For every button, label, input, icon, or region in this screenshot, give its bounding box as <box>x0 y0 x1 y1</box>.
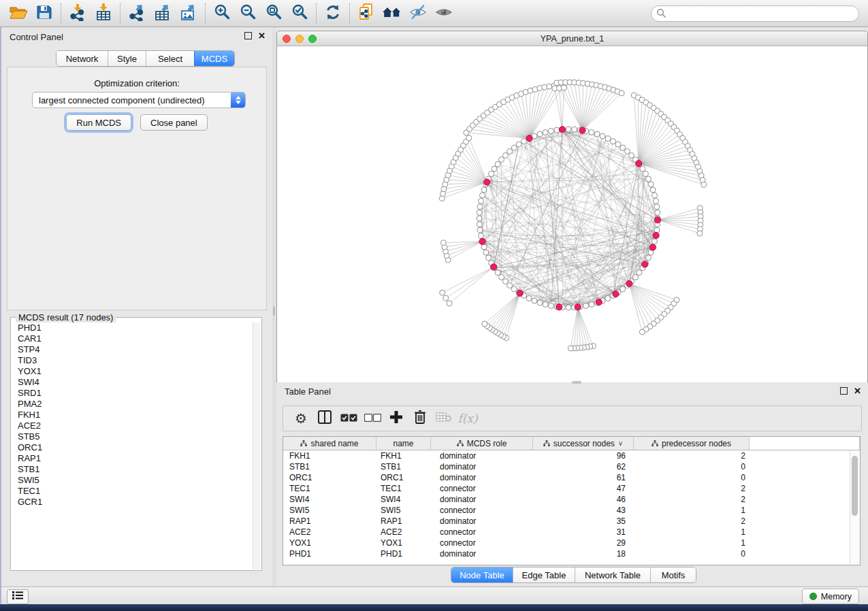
memory-button[interactable]: Memory <box>802 589 859 604</box>
network-node[interactable] <box>537 131 543 137</box>
close-panel-button[interactable]: Close panel <box>140 114 208 131</box>
table-row[interactable]: PHD1PHD1dominator180 <box>283 548 860 559</box>
function-builder-button[interactable]: f(x) <box>459 410 477 427</box>
network-leaf-node[interactable] <box>440 290 445 295</box>
close-panel-icon[interactable]: ✕ <box>258 32 266 39</box>
network-node[interactable] <box>646 176 652 182</box>
export-image-button[interactable] <box>176 2 202 25</box>
network-node[interactable] <box>554 127 560 133</box>
delete-table-button[interactable] <box>435 410 453 427</box>
table-row[interactable]: SWI4SWI4dominator462 <box>283 494 860 505</box>
mcds-result-item[interactable]: CAR1 <box>12 333 253 344</box>
mcds-hub-node[interactable] <box>579 127 585 133</box>
task-history-button[interactable] <box>7 589 29 604</box>
mcds-result-item[interactable]: PMA2 <box>12 399 253 410</box>
network-node[interactable] <box>600 133 605 139</box>
network-node[interactable] <box>479 233 484 239</box>
mcds-result-item[interactable]: SWI5 <box>12 475 253 486</box>
zoom-out-button[interactable] <box>235 2 261 25</box>
network-node[interactable] <box>502 279 508 284</box>
network-node[interactable] <box>615 142 621 147</box>
network-node[interactable] <box>486 255 492 261</box>
mcds-hub-node[interactable] <box>559 127 565 133</box>
network-node[interactable] <box>650 187 656 193</box>
network-node[interactable] <box>654 204 660 210</box>
network-node[interactable] <box>643 171 648 177</box>
import-table-button[interactable] <box>91 2 116 25</box>
column-header-mcds-role[interactable]: MCDS role <box>431 437 533 450</box>
network-node[interactable] <box>652 193 658 198</box>
mcds-result-item[interactable]: ACE2 <box>12 420 253 431</box>
network-node[interactable] <box>572 127 577 132</box>
network-node[interactable] <box>624 149 630 154</box>
network-node[interactable] <box>640 166 645 171</box>
network-node[interactable] <box>646 255 652 261</box>
network-node[interactable] <box>495 161 500 167</box>
mcds-hub-node[interactable] <box>556 304 562 310</box>
network-node[interactable] <box>654 227 660 233</box>
network-node[interactable] <box>648 182 654 187</box>
network-node[interactable] <box>654 198 659 203</box>
refresh-view-button[interactable] <box>320 2 346 25</box>
network-leaf-node[interactable] <box>561 85 566 90</box>
table-row[interactable]: STB1STB1dominator620 <box>283 461 860 472</box>
network-node[interactable] <box>516 142 521 147</box>
network-node[interactable] <box>511 145 517 150</box>
network-node[interactable] <box>495 270 500 276</box>
network-node[interactable] <box>548 303 553 309</box>
network-node[interactable] <box>477 227 483 233</box>
mcds-result-item[interactable]: STP4 <box>12 344 253 355</box>
tab-motifs[interactable]: Motifs <box>650 567 696 582</box>
network-node[interactable] <box>479 198 484 203</box>
network-node[interactable] <box>566 305 571 310</box>
mcds-result-item[interactable]: TID3 <box>12 355 253 366</box>
float-panel-icon[interactable] <box>244 32 252 39</box>
network-node[interactable] <box>620 286 626 292</box>
mcds-result-item[interactable]: SWI4 <box>12 377 253 388</box>
export-network-button[interactable] <box>124 2 150 25</box>
select-all-columns-button[interactable] <box>340 410 357 427</box>
tab-mcds[interactable]: MCDS <box>194 51 234 66</box>
network-leaf-node[interactable] <box>447 301 452 306</box>
table-row[interactable]: ACE2ACE2connector311 <box>283 527 860 538</box>
network-node[interactable] <box>480 193 485 198</box>
network-leaf-node[interactable] <box>466 135 472 141</box>
tab-network-table[interactable]: Network Table <box>575 567 650 582</box>
network-node[interactable] <box>637 270 642 276</box>
network-node[interactable] <box>543 130 548 135</box>
tab-select[interactable]: Select <box>146 51 194 66</box>
table-row[interactable]: SWI5SWI5connector431 <box>283 505 860 516</box>
mcds-result-item[interactable]: ORC1 <box>12 442 253 453</box>
run-mcds-button[interactable]: Run MCDS <box>66 114 131 131</box>
network-node[interactable] <box>502 152 508 158</box>
network-node[interactable] <box>526 296 532 301</box>
tab-node-table[interactable]: Node Table <box>451 567 513 582</box>
network-node[interactable] <box>477 210 482 215</box>
table-scrollbar[interactable] <box>850 450 860 565</box>
network-leaf-node[interactable] <box>443 295 449 301</box>
network-canvas[interactable] <box>276 46 868 382</box>
mcds-result-item[interactable]: STB1 <box>12 464 253 475</box>
network-node[interactable] <box>481 244 487 250</box>
save-session-button[interactable] <box>31 2 57 25</box>
close-panel-icon[interactable]: ✕ <box>854 387 861 395</box>
delete-columns-button[interactable] <box>411 410 429 427</box>
network-node[interactable] <box>655 210 660 215</box>
mcds-result-item[interactable]: PHD1 <box>12 323 253 333</box>
tab-edge-table[interactable]: Edge Table <box>513 567 575 582</box>
network-node[interactable] <box>583 303 589 309</box>
network-leaf-node[interactable] <box>619 90 624 96</box>
mcds-result-item[interactable]: RAP1 <box>12 453 253 464</box>
criterion-select[interactable]: largest connected component (undirected) <box>32 92 246 108</box>
column-header-shared-name[interactable]: shared name <box>283 437 376 450</box>
mcds-hub-node[interactable] <box>575 304 581 310</box>
network-node[interactable] <box>548 129 553 134</box>
mcds-hub-node[interactable] <box>626 280 632 286</box>
network-node[interactable] <box>537 300 543 306</box>
mcds-hub-node[interactable] <box>484 179 490 185</box>
network-leaf-node[interactable] <box>701 182 707 187</box>
network-leaf-node[interactable] <box>639 329 645 335</box>
table-row[interactable]: FKH1FKH1dominator962 <box>283 450 860 461</box>
network-node[interactable] <box>605 296 611 301</box>
export-table-button[interactable] <box>150 2 176 25</box>
